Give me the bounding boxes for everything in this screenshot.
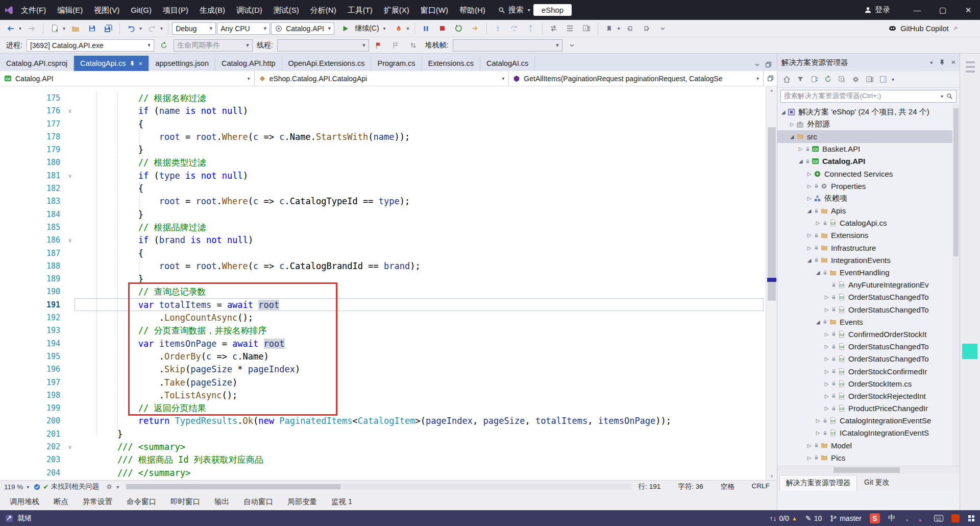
expand-icon[interactable]: ▷ (823, 381, 830, 387)
list-button[interactable] (562, 22, 578, 35)
collapse-icon[interactable]: ◢ (805, 257, 813, 263)
menu-分析N[interactable]: 分析(N) (305, 0, 342, 20)
keyboard-icon[interactable] (934, 515, 943, 522)
code-line-185[interactable]: 185 // 根据品牌过滤 (0, 221, 766, 234)
overflow-chev-button[interactable] (655, 22, 671, 35)
panel-tab-调用堆栈[interactable]: 调用堆栈 (3, 494, 46, 509)
restart-button[interactable] (451, 22, 467, 35)
expand-icon[interactable]: ▷ (823, 344, 830, 349)
code-line-202[interactable]: 202∨ /// <summary> (0, 441, 766, 453)
github-copilot-button[interactable]: GitHub Copilot↗ (884, 22, 962, 35)
tree-item-OrderStatusChangedTo[interactable]: ▷C#OrderStatusChangedTo (777, 303, 960, 316)
code-line-197[interactable]: 197 .Take(pageSize) (0, 376, 766, 389)
toolbar-combo[interactable]: Debug▾ (172, 22, 216, 35)
code-line-175[interactable]: 175 // 根据名称过滤 (0, 92, 766, 105)
menu-扩展X[interactable]: 扩展(X) (378, 0, 415, 20)
fold-chevron-icon[interactable]: ∨ (65, 441, 75, 453)
toolbar-combo[interactable]: ▾ (277, 39, 369, 52)
expand-icon[interactable]: ▷ (814, 430, 822, 436)
expand-icon[interactable]: ▷ (805, 183, 813, 189)
tab-Catalog.API.csproj[interactable]: Catalog.API.csproj (0, 56, 74, 71)
tree-item-ProductPriceChangedIr[interactable]: ▷C#ProductPriceChangedIr (777, 402, 960, 415)
code-line-199[interactable]: 199 // 返回分页结果 (0, 402, 766, 415)
search-input[interactable]: 搜索解决方案资源管理器(Ctrl+;) ▾ (780, 90, 957, 103)
menu-GitG[interactable]: Git(G) (125, 0, 157, 20)
step-out-button[interactable] (523, 22, 538, 35)
collapse-all-icon[interactable] (836, 73, 848, 86)
tree-item-ICatalogIntegrationEventS[interactable]: ▷C#ICatalogIntegrationEventS (777, 427, 960, 439)
tab-OpenApi.Extensions.cs[interactable]: OpenApi.Extensions.cs (282, 56, 372, 71)
stop-button[interactable] (435, 22, 450, 35)
hot-reload-button[interactable]: ▾ (391, 22, 411, 35)
tab-CatalogAI.cs[interactable]: CatalogAI.cs (480, 56, 535, 71)
home-icon[interactable] (780, 73, 793, 86)
back-button[interactable]: ▾ (3, 22, 23, 35)
tree-item-Apis[interactable]: ◢Apis (777, 205, 960, 217)
ime-punctuation-comma[interactable]: ， (903, 514, 911, 523)
expand-icon[interactable]: ▷ (823, 307, 830, 313)
chevron-down-icon[interactable]: ▾ (930, 60, 933, 65)
open-folder-button[interactable] (68, 22, 83, 35)
expand-icon[interactable]: ▷ (805, 196, 813, 201)
code-line-187[interactable]: 187 { (0, 247, 766, 260)
tree-item-AnyFutureIntegrationEv[interactable]: C#AnyFutureIntegrationEv (777, 279, 960, 291)
code-line-200[interactable]: 200 return TypedResults.Ok(new Paginated… (0, 415, 766, 427)
toolbar-combo[interactable]: Catalog.API▾ (271, 22, 334, 35)
vertical-scrollbar-thumb[interactable] (768, 127, 776, 301)
expand-icon[interactable]: ▷ (814, 220, 822, 226)
menu-视图V[interactable]: 视图(V) (88, 0, 125, 20)
pin-icon[interactable] (939, 59, 945, 65)
code-line-178[interactable]: 178 root = root.Where(c => c.Name.Starts… (0, 131, 766, 144)
breadcrumb-segment[interactable]: GetAllItems(PaginationRequest pagination… (509, 71, 764, 86)
sync-active-icon[interactable] (808, 73, 820, 86)
tree-item-Catalog.API[interactable]: ◢C#Catalog.API (777, 155, 960, 168)
tree-item-EventHandling[interactable]: ◢EventHandling (777, 266, 960, 278)
code-line-190[interactable]: 190 // 查询总记录数 (0, 285, 766, 298)
code-line-189[interactable]: 189 } (0, 273, 766, 285)
files-button[interactable] (579, 22, 594, 35)
undo-button[interactable]: ▾ (124, 22, 143, 35)
toolbar-combo[interactable]: Any CPU▾ (217, 22, 270, 35)
menu-帮助H[interactable]: 帮助(H) (454, 0, 491, 20)
expand-icon[interactable]: ▷ (823, 405, 830, 411)
step-over-button[interactable] (507, 22, 522, 35)
code-line-183[interactable]: 183 root = root.Where(c => c.CatalogType… (0, 195, 766, 208)
code-line-201[interactable]: 201 } (0, 428, 766, 441)
feedback-icon[interactable] (5, 514, 13, 522)
git-branch[interactable]: master (830, 514, 862, 522)
code-line-192[interactable]: 192 .LongCountAsync(); (0, 312, 766, 324)
code-line-177[interactable]: 177 { (0, 118, 766, 131)
tree-item-Connected Services[interactable]: ▷Connected Services (777, 168, 960, 180)
save-all-button[interactable] (101, 22, 116, 35)
menu-窗口W[interactable]: 窗口(W) (415, 0, 454, 20)
tree-item-OrderStatusChangedTo[interactable]: ▷C#OrderStatusChangedTo (777, 353, 960, 365)
tab-Catalog.API.http[interactable]: Catalog.API.http (215, 56, 282, 71)
collapsed-tab-icon[interactable] (966, 70, 975, 73)
updown-button[interactable] (406, 39, 421, 52)
tree-horizontal-scrollbar-thumb[interactable] (834, 467, 900, 473)
expand-icon[interactable]: ▷ (823, 369, 830, 374)
flag-outline-button[interactable] (388, 39, 404, 52)
expand-icon[interactable]: ▷ (814, 418, 822, 423)
tool-tab-解决方案资源管理器[interactable]: 解决方案资源管理器 (779, 475, 857, 491)
bookmark-prev-button[interactable] (623, 22, 638, 35)
menu-项目P[interactable]: 项目(P) (157, 0, 194, 20)
panel-tab-自动窗口[interactable]: 自动窗口 (237, 494, 280, 509)
fold-chevron-icon[interactable]: ∨ (65, 234, 75, 247)
toolbar-combo[interactable]: 生命周期事件▾ (174, 39, 253, 52)
overflow-chev-button[interactable] (565, 39, 580, 52)
save-button[interactable] (84, 22, 100, 35)
code-line-179[interactable]: 179 } (0, 144, 766, 156)
fold-chevron-icon[interactable]: ∨ (65, 170, 75, 182)
code-line-184[interactable]: 184 } (0, 208, 766, 221)
expand-icon[interactable]: ▷ (805, 171, 813, 177)
document-list-icon[interactable] (754, 62, 760, 67)
expand-icon[interactable]: ▷ (805, 443, 813, 448)
fold-chevron-icon[interactable]: ∨ (65, 105, 75, 117)
git-sync-status[interactable]: ↑↓ 0/0 ▲ (770, 514, 797, 522)
expand-icon[interactable]: ▷ (805, 245, 813, 251)
collapse-icon[interactable]: ◢ (814, 270, 822, 275)
refresh-button[interactable] (156, 39, 172, 52)
tab-CatalogApi.cs[interactable]: CatalogApi.cs× (74, 56, 149, 71)
tree-item-OrderStatusChangedTo[interactable]: ▷C#OrderStatusChangedTo (777, 291, 960, 303)
